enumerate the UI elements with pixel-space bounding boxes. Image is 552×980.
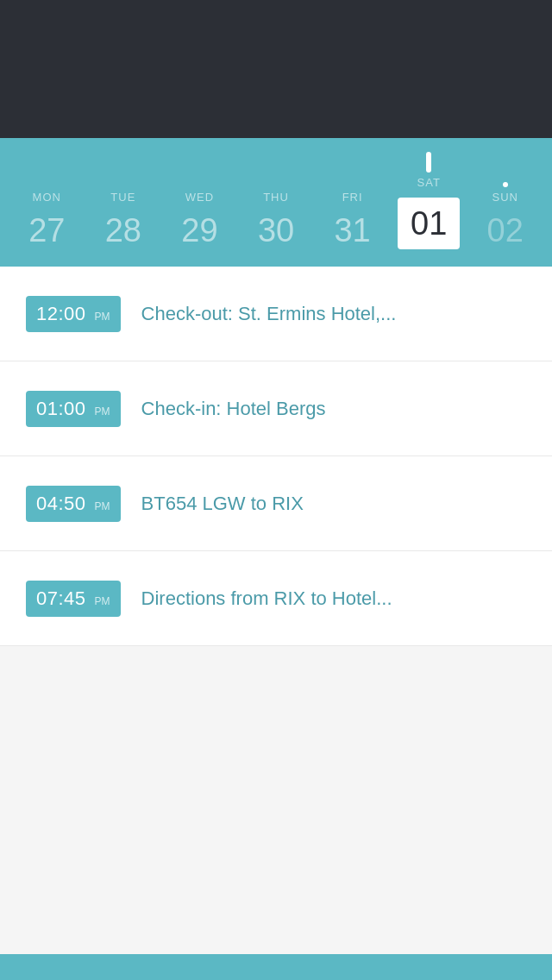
app-header: [0, 0, 552, 138]
calendar-day-fri[interactable]: FRI31: [314, 161, 391, 249]
event-time-box: 12:00PM: [26, 296, 121, 332]
footer-bar: [0, 954, 552, 980]
calendar-day-sat[interactable]: SAT01: [391, 147, 467, 249]
event-time-box: 01:00PM: [26, 391, 121, 427]
calendar-week[interactable]: MON27TUE28WED29THU30FRI31SAT01SUN02: [0, 138, 552, 267]
calendar-day-mon[interactable]: MON27: [9, 161, 85, 249]
event-title: Check-in: Hotel Bergs: [141, 398, 526, 420]
event-title: Check-out: St. Ermins Hotel,...: [141, 303, 526, 325]
event-item[interactable]: 07:45PMDirections from RIX to Hotel...: [0, 551, 552, 646]
event-title: Directions from RIX to Hotel...: [141, 587, 526, 610]
event-time-box: 04:50PM: [26, 486, 121, 522]
calendar-day-tue[interactable]: TUE28: [85, 161, 162, 249]
calendar-day-wed[interactable]: WED29: [161, 161, 238, 249]
event-item[interactable]: 04:50PMBT654 LGW to RIX: [0, 456, 552, 551]
calendar-day-thu[interactable]: THU30: [238, 161, 315, 249]
event-title: BT654 LGW to RIX: [141, 493, 526, 515]
event-time-box: 07:45PM: [26, 581, 121, 617]
event-item[interactable]: 01:00PMCheck-in: Hotel Bergs: [0, 361, 552, 456]
event-item[interactable]: 12:00PMCheck-out: St. Ermins Hotel,...: [0, 267, 552, 361]
calendar-day-sun[interactable]: SUN02: [467, 161, 543, 249]
events-list: 12:00PMCheck-out: St. Ermins Hotel,...01…: [0, 267, 552, 646]
